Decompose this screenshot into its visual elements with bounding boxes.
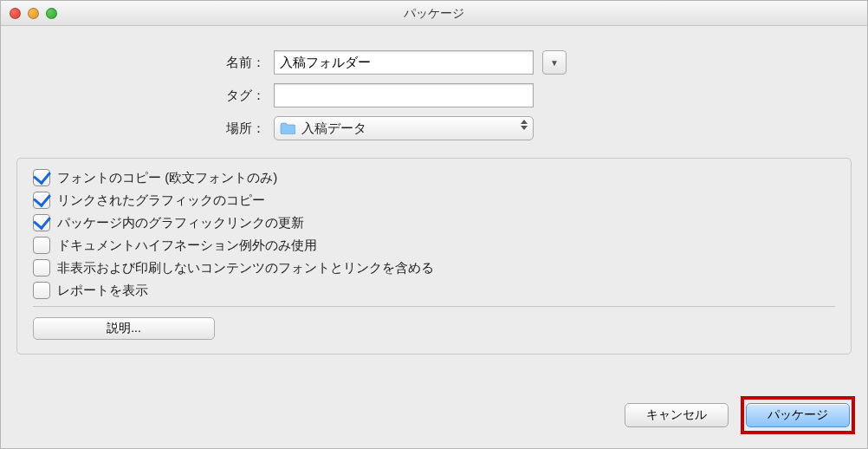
checkbox[interactable]: [33, 214, 50, 231]
folder-icon: [280, 122, 295, 134]
option-label: 非表示および印刷しないコンテンツのフォントとリンクを含める: [57, 260, 434, 277]
checkbox[interactable]: [33, 282, 50, 299]
highlight-frame: パッケージ: [741, 396, 855, 434]
tag-row: タグ：: [113, 83, 755, 107]
location-value: 入稿データ: [301, 120, 366, 137]
close-icon[interactable]: [10, 8, 21, 19]
chevron-down-icon: ▼: [550, 58, 559, 68]
option-label: フォントのコピー (欧文フォントのみ): [57, 170, 277, 186]
name-input[interactable]: [274, 50, 534, 75]
description-button[interactable]: 説明...: [33, 317, 215, 340]
minimize-icon[interactable]: [28, 8, 39, 19]
checkbox[interactable]: [33, 169, 50, 186]
option-label: リンクされたグラフィックのコピー: [57, 192, 265, 209]
option-row: ドキュメントハイフネーション例外のみ使用: [33, 237, 835, 254]
option-label: パッケージ内のグラフィックリンクの更新: [57, 215, 304, 231]
checkbox[interactable]: [33, 237, 50, 254]
option-row: パッケージ内のグラフィックリンクの更新: [33, 214, 835, 231]
checkbox[interactable]: [33, 259, 50, 277]
package-dialog: パッケージ 名前： ▼ タグ： 場所： 入稿データ: [0, 0, 868, 449]
location-select[interactable]: 入稿データ: [274, 116, 534, 140]
location-label: 場所：: [113, 120, 274, 137]
option-row: レポートを表示: [33, 282, 835, 299]
option-row: リンクされたグラフィックのコピー: [33, 192, 835, 209]
name-label: 名前：: [113, 55, 274, 71]
titlebar: パッケージ: [1, 1, 867, 26]
package-button[interactable]: パッケージ: [746, 403, 850, 427]
name-row: 名前： ▼: [113, 50, 755, 75]
option-row: 非表示および印刷しないコンテンツのフォントとリンクを含める: [33, 259, 835, 277]
option-row: フォントのコピー (欧文フォントのみ): [33, 169, 835, 186]
option-label: ドキュメントハイフネーション例外のみ使用: [57, 238, 317, 254]
divider: [33, 306, 835, 307]
expand-button[interactable]: ▼: [542, 50, 567, 75]
cancel-button[interactable]: キャンセル: [625, 403, 729, 427]
zoom-icon[interactable]: [46, 8, 57, 19]
select-stepper-icon: [521, 120, 528, 130]
window-title: パッケージ: [1, 1, 867, 25]
tag-input[interactable]: [274, 83, 534, 107]
footer: キャンセル パッケージ: [625, 396, 855, 434]
location-row: 場所： 入稿データ: [113, 116, 755, 140]
upper-form: 名前： ▼ タグ： 場所： 入稿データ: [1, 26, 867, 158]
option-label: レポートを表示: [57, 283, 148, 299]
traffic-lights: [10, 8, 57, 19]
tag-label: タグ：: [113, 88, 274, 104]
options-panel: フォントのコピー (欧文フォントのみ)リンクされたグラフィックのコピーパッケージ…: [16, 158, 852, 355]
checkbox[interactable]: [33, 192, 50, 209]
